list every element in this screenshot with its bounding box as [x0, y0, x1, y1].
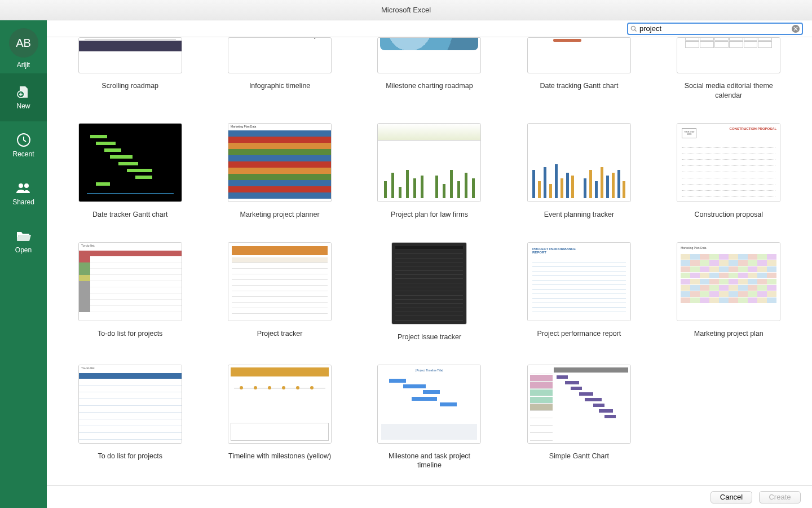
template-card[interactable]: Infographic timeline [213, 37, 346, 100]
template-thumbnail [527, 37, 631, 73]
template-label: Timeline with milestones (yellow) [228, 452, 331, 461]
template-thumbnail [228, 37, 332, 73]
template-thumbnail [228, 242, 332, 321]
search-field[interactable] [627, 23, 803, 35]
template-grid: Scrolling roadmapInfographic timelineMil… [64, 37, 795, 470]
svg-point-3 [24, 183, 29, 188]
template-thumbnail: [Project Timeline Title] [377, 365, 481, 444]
template-thumbnail [377, 37, 481, 73]
sidebar-item-label: Recent [12, 150, 34, 158]
template-card[interactable]: Date tracking Gantt chart [513, 37, 645, 100]
template-label: Project performance report [537, 329, 621, 339]
people-icon [15, 181, 32, 195]
template-card[interactable]: Project tracker [213, 242, 346, 342]
template-grid-scroll[interactable]: Scrolling roadmapInfographic timelineMil… [47, 37, 812, 485]
template-card[interactable]: To-do listTo-do list for projects [64, 242, 196, 342]
template-label: Project issue tracker [398, 332, 461, 342]
clear-search-button[interactable] [792, 25, 800, 33]
template-label: Milestone and task project timeline [377, 452, 481, 471]
template-card[interactable]: To-do listTo do list for projects [64, 365, 196, 471]
footer: Cancel Create [47, 485, 812, 508]
template-label: Date tracker Gantt chart [92, 210, 167, 220]
close-icon [793, 27, 798, 31]
sidebar-item-label: Open [15, 246, 32, 254]
template-card[interactable]: [Project Timeline Title]Milestone and ta… [363, 365, 496, 471]
template-thumbnail [391, 242, 467, 325]
document-plus-icon [15, 85, 32, 99]
template-label: Marketing project plan [694, 329, 764, 339]
sidebar: AB Arijit NewRecentSharedOpen [0, 20, 47, 508]
titlebar: Microsoft Excel [0, 0, 812, 20]
folder-open-icon [15, 229, 32, 243]
template-thumbnail [78, 37, 182, 73]
template-label: Project plan for law firms [391, 210, 468, 220]
template-label: Project tracker [257, 329, 303, 339]
template-thumbnail [78, 123, 182, 202]
app-title: Microsoft Excel [381, 6, 431, 14]
template-label: To-do list for projects [98, 329, 162, 339]
template-label: Infographic timeline [249, 81, 310, 91]
template-label: Construction proposal [694, 210, 763, 220]
template-thumbnail: PROJECT PERFORMANCEREPORT [527, 242, 631, 321]
template-label: Marketing project planner [240, 210, 320, 220]
account-section[interactable]: AB Arijit [0, 20, 47, 73]
template-thumbnail [527, 123, 631, 202]
template-card[interactable]: Marketing Plan DataMarketing project pla… [213, 123, 346, 220]
sidebar-item-recent[interactable]: Recent [0, 121, 47, 169]
search-icon [630, 25, 637, 32]
template-card[interactable]: Date tracker Gantt chart [64, 123, 196, 220]
template-card[interactable]: YOUR LOGO HERECONSTRUCTION PROPOSALConst… [663, 123, 795, 220]
template-thumbnail: To-do list [78, 365, 182, 444]
username: Arijit [17, 61, 30, 69]
template-card[interactable]: PROJECT PERFORMANCEREPORTProject perform… [513, 242, 645, 342]
template-card[interactable]: Project issue tracker [363, 242, 496, 342]
template-thumbnail: YOUR LOGO HERECONSTRUCTION PROPOSAL [677, 123, 780, 202]
template-card[interactable]: Milestone charting roadmap [363, 37, 496, 100]
clock-icon [15, 133, 32, 147]
template-label: Milestone charting roadmap [386, 81, 473, 91]
template-label: Date tracking Gantt chart [540, 81, 618, 91]
sidebar-item-new[interactable]: New [0, 73, 47, 121]
template-thumbnail: To-do list [78, 242, 182, 321]
template-label: To do list for projects [98, 452, 162, 461]
template-card[interactable]: Timeline with milestones (yellow) [213, 365, 346, 471]
template-label: Scrolling roadmap [102, 81, 158, 91]
template-thumbnail [377, 123, 481, 202]
sidebar-item-label: New [16, 102, 30, 110]
sidebar-item-open[interactable]: Open [0, 217, 47, 265]
sidebar-item-shared[interactable]: Shared [0, 169, 47, 217]
template-card[interactable]: Project plan for law firms [363, 123, 496, 220]
template-card[interactable]: Social media editorial theme calendar [663, 37, 795, 100]
search-input[interactable] [639, 24, 789, 33]
template-card[interactable]: Event planning tracker [513, 123, 645, 220]
sidebar-item-label: Shared [12, 198, 34, 206]
template-card[interactable]: Marketing Plan DataMarketing project pla… [663, 242, 795, 342]
template-card[interactable]: Scrolling roadmap [64, 37, 196, 100]
template-thumbnail: Marketing Plan Data [677, 242, 780, 321]
template-label: Event planning tracker [544, 210, 614, 220]
template-thumbnail [527, 365, 631, 444]
template-thumbnail: Marketing Plan Data [228, 123, 332, 202]
template-card[interactable]: Simple Gantt Chart [513, 365, 645, 471]
template-label: Simple Gantt Chart [549, 452, 609, 461]
avatar: AB [9, 28, 38, 58]
toolbar [47, 20, 812, 37]
template-label: Social media editorial theme calendar [677, 81, 780, 100]
create-button: Create [759, 491, 801, 503]
svg-point-2 [19, 183, 23, 188]
template-thumbnail [228, 365, 332, 444]
template-thumbnail [677, 37, 780, 73]
cancel-button[interactable]: Cancel [710, 491, 752, 503]
